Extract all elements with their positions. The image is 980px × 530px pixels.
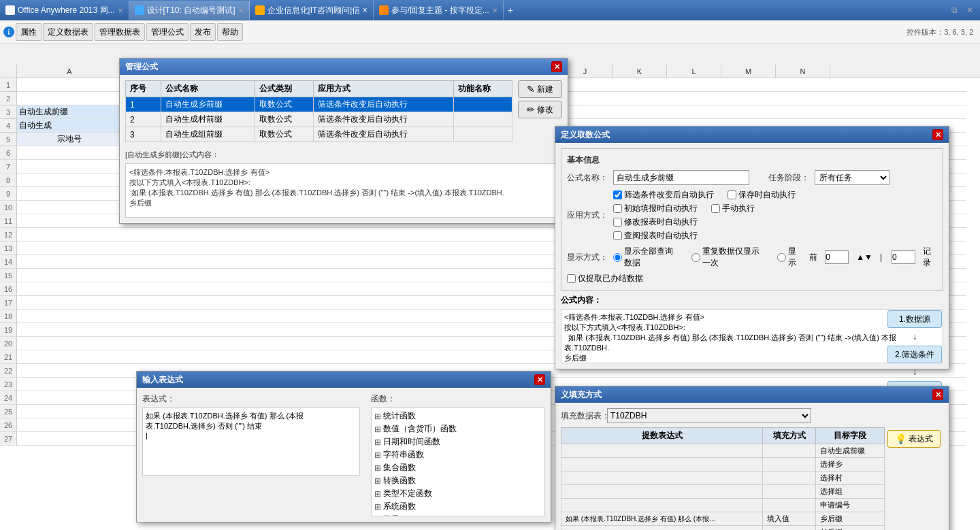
- formula-name-input[interactable]: [613, 170, 749, 185]
- fill-data-select[interactable]: T10ZDBH: [607, 408, 811, 423]
- table-row[interactable]: 2 自动生成村前缀 取数公式 筛选条件改变后自动执行: [126, 112, 512, 127]
- tab-close-1[interactable]: ✕: [118, 7, 123, 14]
- cell-5a[interactable]: 宗地号: [17, 133, 122, 146]
- tree-item-set[interactable]: ⊞ 集合函数: [373, 461, 543, 474]
- radio-unique-input[interactable]: [691, 253, 700, 262]
- tree-item-datetime[interactable]: ⊞ 日期和时间函数: [373, 435, 543, 448]
- formula-content-container: 1.数据源 ↓ 2.筛选条件 ↓ 3.填充方式: [561, 309, 943, 363]
- radio-show-input[interactable]: [777, 253, 786, 262]
- table-row[interactable]: 1 自动生成乡前缀 取数公式 筛选条件改变后自动执行: [126, 97, 512, 112]
- tab-close-2[interactable]: ✕: [238, 7, 244, 14]
- filter-condition-button[interactable]: 2.筛选条件: [887, 346, 942, 363]
- toolbar-help-btn[interactable]: 帮助: [217, 23, 243, 41]
- radio-show[interactable]: 显示: [777, 246, 801, 269]
- toolbar-define-table-btn[interactable]: 定义数据表: [43, 23, 93, 41]
- tree-item-system[interactable]: ⊞ 系统函数: [373, 500, 543, 513]
- toolbar-manage-table-label: 管理数据表: [99, 27, 140, 38]
- input-expr-close-button[interactable]: ✕: [534, 374, 545, 385]
- col-header-k: K: [612, 65, 667, 78]
- checkbox-auto-filter[interactable]: 筛选条件改变后自动执行: [613, 189, 714, 201]
- input-expr-header[interactable]: 输入表达式 ✕: [137, 371, 551, 388]
- toolbar-publish-btn[interactable]: 发布: [190, 23, 216, 41]
- checkbox-completed-input[interactable]: [567, 274, 576, 283]
- new-tab-button[interactable]: +: [508, 5, 513, 16]
- fill-row-1[interactable]: 自动生成前缀: [561, 444, 885, 458]
- checkbox-save[interactable]: 保存时自动执行: [728, 189, 796, 201]
- checkbox-view-input[interactable]: [613, 231, 622, 240]
- taskbar-tab-4[interactable]: 参与/回复主题 - 按字段定... ✕: [374, 1, 504, 20]
- cell-3a[interactable]: 自动生成前缀: [17, 105, 122, 119]
- new-formula-button[interactable]: ✎ 新建: [518, 80, 562, 98]
- checkbox-modify-input[interactable]: [613, 218, 622, 227]
- tab-icon-2: [135, 5, 144, 15]
- cell-name-2: 自动生成村前缀: [161, 112, 255, 127]
- expr-textarea[interactable]: [142, 408, 360, 476]
- tree-item-stats[interactable]: ⊞ 统计函数: [373, 410, 543, 423]
- taskbar-tab-3[interactable]: 企业信息化|IT咨询顾问|信 ×: [250, 1, 374, 20]
- row-num-1: 1: [0, 78, 17, 92]
- checkbox-view[interactable]: 查阅报表时自动执行: [613, 230, 698, 242]
- cell-1a[interactable]: [17, 78, 122, 92]
- table-row[interactable]: 3 自动生成组前缀 取数公式 筛选条件改变后自动执行: [126, 127, 512, 142]
- cell-4a[interactable]: 自动生成: [17, 119, 122, 133]
- tree-item-const[interactable]: ⊞ 常量: [373, 513, 543, 516]
- toolbar-manage-table-btn[interactable]: 管理数据表: [95, 23, 145, 41]
- display-num-input[interactable]: [825, 250, 849, 264]
- tree-item-string[interactable]: ⊞ 字符串函数: [373, 448, 543, 461]
- fill-expr-1: [561, 444, 763, 458]
- bulb-icon: 💡: [895, 433, 906, 444]
- fill-row-3[interactable]: 选择村: [561, 471, 885, 485]
- fill-row-4[interactable]: 选择组: [561, 485, 885, 499]
- col-type: 公式类别: [255, 81, 313, 97]
- fill-method-header[interactable]: 义填充方式 ✕: [555, 386, 949, 403]
- taskbar-tab-2[interactable]: 设计[T10: 自动编号测试] ✕: [129, 1, 250, 20]
- radio-all[interactable]: 显示全部查询数据: [613, 246, 679, 269]
- checkbox-row-4: 查阅报表时自动执行: [613, 230, 796, 242]
- manage-formula-header[interactable]: 管理公式 ✕: [120, 59, 568, 75]
- fill-method-1: [763, 444, 816, 458]
- row-num-9: 9: [0, 187, 17, 201]
- define-formula-close-button[interactable]: ✕: [932, 129, 943, 140]
- fill-row-6[interactable]: 如果 (本报表.T10ZDBH.选择乡 有值) 那么 (本报... 填入值 乡后…: [561, 512, 885, 526]
- close-icon[interactable]: ✕: [966, 5, 973, 15]
- checkbox-init-input[interactable]: [613, 204, 622, 213]
- tree-item-convert[interactable]: ⊞ 转换函数: [373, 474, 543, 487]
- checkbox-init[interactable]: 初始填报时自动执行: [613, 203, 698, 214]
- new-icon: ✎: [527, 84, 535, 95]
- modify-formula-button[interactable]: ✏ 修改: [518, 101, 562, 118]
- manage-formula-close-button[interactable]: ✕: [551, 61, 562, 72]
- fill-method-6: 填入值: [763, 512, 816, 526]
- restore-icon[interactable]: ⧉: [951, 5, 958, 15]
- fill-method-close-button[interactable]: ✕: [932, 389, 943, 400]
- fill-expr-3: [561, 471, 763, 485]
- display-suffix-input[interactable]: [892, 250, 915, 264]
- toolbar-properties-label: 属性: [20, 27, 37, 38]
- checkbox-manual[interactable]: 手动执行: [711, 203, 755, 214]
- toolbar-manage-formula-btn[interactable]: 管理公式: [146, 23, 189, 41]
- tree-item-type[interactable]: ⊞ 类型不定函数: [373, 487, 543, 500]
- checkbox-manual-input[interactable]: [711, 204, 720, 213]
- define-formula-header[interactable]: 定义取数公式 ✕: [555, 127, 949, 143]
- tree-item-numeric[interactable]: ⊞ 数值（含货币）函数: [373, 423, 543, 435]
- arrow-down-2: ↓: [887, 365, 942, 379]
- fill-row-5[interactable]: 申请编号: [561, 499, 885, 512]
- fill-row-7[interactable]: 村后缀: [561, 526, 885, 531]
- cell-2a[interactable]: [17, 92, 122, 105]
- toolbar-properties-btn[interactable]: 属性: [16, 23, 42, 41]
- task-stage-select[interactable]: 所有任务: [815, 170, 889, 185]
- data-source-button[interactable]: 1.数据源: [887, 310, 942, 328]
- checkbox-row-3: 修改报表时自动执行: [613, 216, 796, 228]
- checkbox-auto-filter-input[interactable]: [613, 191, 622, 199]
- fill-method-content: 填充数据表： T10ZDBH 提数表达式 填充方式 目标字段: [555, 403, 949, 530]
- radio-unique[interactable]: 重复数据仅显示一次: [691, 246, 765, 269]
- row-num-13: 13: [0, 242, 17, 255]
- cell-name-1: 自动生成乡前缀: [161, 97, 255, 112]
- checkbox-completed[interactable]: 仅提取已办结数据: [567, 273, 937, 284]
- expr-button[interactable]: 💡 表达式: [887, 430, 941, 448]
- radio-all-input[interactable]: [613, 253, 622, 262]
- tab-close-4[interactable]: ✕: [492, 7, 497, 14]
- fill-row-2[interactable]: 选择乡: [561, 458, 885, 471]
- checkbox-save-input[interactable]: [728, 191, 736, 199]
- taskbar-tab-1[interactable]: Office Anywhere 2013 网... ✕: [0, 1, 129, 20]
- checkbox-modify[interactable]: 修改报表时自动执行: [613, 216, 698, 228]
